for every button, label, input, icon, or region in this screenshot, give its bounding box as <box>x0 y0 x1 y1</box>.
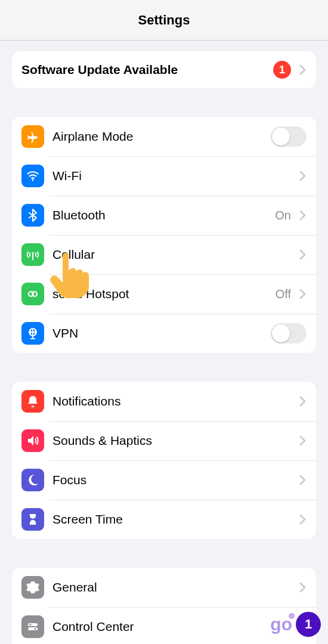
chevron-right-icon <box>299 435 307 446</box>
cellular-icon <box>21 243 44 266</box>
group-software-update: Software Update Available 1 <box>12 51 316 88</box>
airplane-label: Airplane Mode <box>52 129 271 144</box>
vpn-icon <box>21 322 44 345</box>
software-update-label: Software Update Available <box>21 63 273 77</box>
group-alerts: Notifications Sounds & Haptics Focus Scr… <box>12 382 316 539</box>
svg-point-10 <box>29 624 31 626</box>
bluetooth-value: On <box>275 209 291 222</box>
notifications-label: Notifications <box>52 394 295 408</box>
chevron-right-icon <box>299 289 307 299</box>
vpn-toggle[interactable] <box>271 323 307 343</box>
row-general[interactable]: General <box>12 568 316 607</box>
control-center-label: Control Center <box>52 620 295 634</box>
wifi-label: Wi-Fi <box>52 169 291 183</box>
focus-label: Focus <box>52 473 295 487</box>
general-icon <box>21 576 44 599</box>
control-center-icon <box>21 615 44 638</box>
row-airplane-mode[interactable]: Airplane Mode <box>12 117 316 156</box>
chevron-right-icon <box>299 64 307 75</box>
bluetooth-icon <box>21 204 44 227</box>
step-badge: 1 <box>296 612 321 637</box>
airplane-toggle[interactable] <box>271 126 307 147</box>
sounds-icon <box>21 429 44 452</box>
hotspot-value: Off <box>276 287 291 301</box>
row-vpn[interactable]: VPN <box>12 314 316 353</box>
chevron-right-icon <box>299 249 307 260</box>
svg-point-2 <box>32 252 34 254</box>
sounds-label: Sounds & Haptics <box>52 434 295 448</box>
row-screen-time[interactable]: Screen Time <box>12 500 316 539</box>
page-title: Settings <box>138 13 190 28</box>
svg-point-11 <box>34 628 36 630</box>
focus-icon <box>21 469 44 491</box>
chevron-right-icon <box>299 210 307 221</box>
update-badge: 1 <box>273 61 291 79</box>
screentime-label: Screen Time <box>52 512 295 527</box>
go-logo: go <box>270 614 292 634</box>
screentime-icon <box>21 508 44 531</box>
vpn-label: VPN <box>52 326 271 340</box>
header: Settings <box>0 0 328 41</box>
row-sounds-haptics[interactable]: Sounds & Haptics <box>12 421 316 460</box>
notifications-icon <box>21 390 44 413</box>
row-focus[interactable]: Focus <box>12 460 316 500</box>
pointer-hand-icon <box>49 249 91 298</box>
chevron-right-icon <box>299 475 307 485</box>
airplane-icon <box>21 125 44 148</box>
row-software-update[interactable]: Software Update Available 1 <box>12 51 316 88</box>
hotspot-icon <box>21 283 44 305</box>
row-notifications[interactable]: Notifications <box>12 382 316 421</box>
row-wifi[interactable]: Wi-Fi <box>12 156 316 196</box>
bluetooth-label: Bluetooth <box>52 208 275 222</box>
group-network: Airplane Mode Wi-Fi Bluetooth On Cellula… <box>12 117 316 353</box>
svg-point-0 <box>32 179 34 181</box>
chevron-right-icon <box>299 582 307 593</box>
row-bluetooth[interactable]: Bluetooth On <box>12 196 316 235</box>
chevron-right-icon <box>299 396 307 407</box>
general-label: General <box>52 580 295 595</box>
chevron-right-icon <box>299 171 307 181</box>
chevron-right-icon <box>299 514 307 525</box>
corner-overlay: go 1 <box>270 612 321 637</box>
wifi-icon <box>21 165 44 187</box>
